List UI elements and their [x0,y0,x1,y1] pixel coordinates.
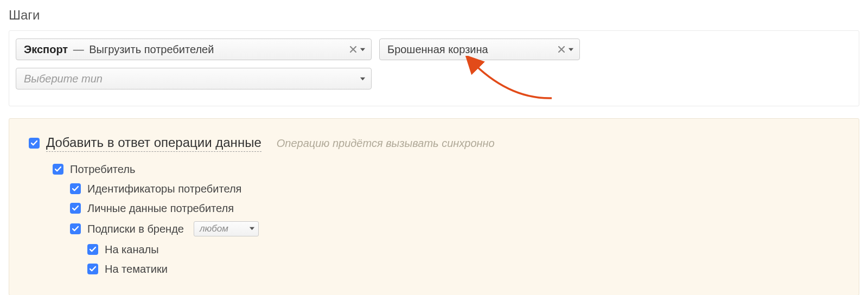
steps-row-1: Экспорт — Выгрузить потребителей Брошенн… [16,39,852,60]
clear-icon[interactable] [558,46,565,54]
option-add-response-data-hint: Операцию придётся вызывать синхронно [277,137,495,150]
checkbox-subscriptions[interactable] [70,223,81,234]
option-add-response-data-label: Добавить в ответ операции данные [46,135,261,152]
option-personal-data: Личные данные потребителя [70,198,839,218]
step-type-select[interactable]: Выберите тип [16,68,372,89]
brand-select-placeholder: любом [200,223,249,234]
step-export-text: Выгрузить потребителей [89,43,214,55]
checkbox-personal-data[interactable] [70,203,81,214]
option-subscriptions: Подписки в бренде любом [70,218,839,240]
brand-select[interactable]: любом [194,221,259,236]
option-topics: На тематики [87,259,839,279]
option-channels-label: На каналы [105,243,159,256]
option-personal-data-label: Личные данные потребителя [87,202,234,215]
checkbox-channels[interactable] [87,244,98,255]
caret-down-icon[interactable] [249,225,255,233]
step-export-sep: — [71,43,86,55]
option-identifiers-label: Идентификаторы потребителя [87,182,241,195]
step-export-prefix: Экспорт [24,43,68,55]
clear-icon[interactable] [350,46,356,54]
checkbox-add-response-data[interactable] [29,138,40,149]
option-channels: На каналы [87,240,839,259]
option-consumer-label: Потребитель [70,163,135,176]
section-title: Шаги [9,8,859,23]
steps-container: Экспорт — Выгрузить потребителей Брошенн… [9,30,859,106]
option-subscriptions-label: Подписки в бренде [87,222,184,235]
checkbox-topics[interactable] [87,264,98,274]
caret-down-icon[interactable] [568,46,574,54]
caret-down-icon[interactable] [360,75,366,83]
checkbox-identifiers[interactable] [70,183,81,194]
step-abandoned-cart-select[interactable]: Брошенная корзина [379,39,580,60]
checkbox-consumer[interactable] [53,164,63,175]
step-type-placeholder: Выберите тип [24,73,356,85]
options-panel: Добавить в ответ операции данные Операци… [9,118,859,295]
option-topics-label: На тематики [105,262,168,275]
caret-down-icon[interactable] [360,46,366,54]
option-identifiers: Идентификаторы потребителя [70,179,839,198]
step-export-select[interactable]: Экспорт — Выгрузить потребителей [16,39,372,60]
option-consumer: Потребитель [53,159,839,179]
steps-row-2: Выберите тип [16,68,852,89]
option-add-response-data: Добавить в ответ операции данные Операци… [29,133,839,154]
step-abandoned-cart-label: Брошенная корзина [387,43,555,56]
